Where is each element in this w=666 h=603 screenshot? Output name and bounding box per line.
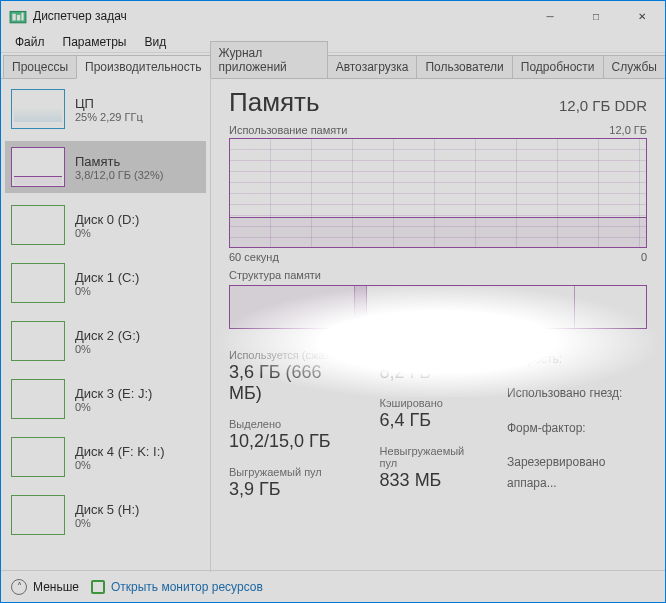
- titlebar: Диспетчер задач ─ □ ✕: [1, 1, 665, 31]
- sidebar-item-sub: 0%: [75, 517, 139, 529]
- stat-slots-label: Использовано гнезд:: [507, 383, 647, 403]
- sidebar-item-label: Диск 3 (E: J:): [75, 386, 152, 401]
- sidebar-item-sub: 25% 2,29 ГГц: [75, 111, 143, 123]
- memory-capacity: 12,0 ГБ DDR: [559, 97, 647, 114]
- memory-structure-chart: [229, 285, 647, 329]
- svg-rect-1: [12, 14, 15, 21]
- disk-graph-icon: [11, 437, 65, 477]
- sidebar-item-sub: 0%: [75, 343, 140, 355]
- sidebar-item-label: Диск 2 (G:): [75, 328, 140, 343]
- tab-services[interactable]: Службы: [603, 55, 666, 78]
- sidebar-item-label: Диск 4 (F: K: I:): [75, 444, 165, 459]
- tab-performance[interactable]: Производительность: [76, 55, 210, 79]
- window-title: Диспетчер задач: [33, 9, 527, 23]
- stat-paged: 3,9 ГБ: [229, 479, 350, 500]
- sidebar-item-label: Диск 0 (D:): [75, 212, 139, 227]
- open-resource-monitor-link[interactable]: Открыть монитор ресурсов: [91, 580, 263, 594]
- sidebar-item-cpu[interactable]: ЦП 25% 2,29 ГГц: [5, 83, 206, 135]
- sidebar-item-label: Диск 1 (C:): [75, 270, 139, 285]
- tabs: Процессы Производительность Журнал прило…: [1, 53, 665, 79]
- statusbar: ˄ Меньше Открыть монитор ресурсов: [1, 570, 665, 602]
- app-icon: [9, 7, 27, 25]
- sidebar-item-disk5[interactable]: Диск 5 (H:) 0%: [5, 489, 206, 541]
- stat-cached: 6,4 ГБ: [380, 410, 477, 431]
- disk-graph-icon: [11, 379, 65, 419]
- sidebar-item-sub: 0%: [75, 227, 139, 239]
- tab-app-history[interactable]: Журнал приложений: [210, 41, 328, 78]
- menubar: Файл Параметры Вид: [1, 31, 665, 53]
- stat-nonpaged-label: Невыгружаемый пул: [380, 445, 477, 469]
- disk-graph-icon: [11, 321, 65, 361]
- svg-rect-3: [21, 13, 23, 21]
- memory-stats: Используется (сжатая) 3,6 ГБ (666 МБ) Вы…: [229, 349, 647, 500]
- tab-processes[interactable]: Процессы: [3, 55, 77, 78]
- axis-left: 60 секунд: [229, 251, 279, 263]
- stat-cached-label: Кэшировано: [380, 397, 477, 409]
- sidebar-item-disk0[interactable]: Диск 0 (D:) 0%: [5, 199, 206, 251]
- stat-paged-label: Выгружаемый пул: [229, 466, 350, 478]
- stat-in-use: 3,6 ГБ (666 МБ): [229, 362, 350, 404]
- menu-options[interactable]: Параметры: [55, 33, 135, 51]
- sidebar-item-label: Диск 5 (H:): [75, 502, 139, 517]
- sidebar-item-label: ЦП: [75, 96, 143, 111]
- stat-speed-label: Скорость:: [507, 349, 647, 369]
- sidebar-item-sub: 0%: [75, 285, 139, 297]
- tab-startup[interactable]: Автозагрузка: [327, 55, 418, 78]
- resource-monitor-icon: [91, 580, 105, 594]
- chevron-up-icon: ˄: [11, 579, 27, 595]
- minimize-button[interactable]: ─: [527, 1, 573, 31]
- disk-graph-icon: [11, 263, 65, 303]
- menu-file[interactable]: Файл: [7, 33, 53, 51]
- tab-details[interactable]: Подробности: [512, 55, 604, 78]
- usage-chart-max: 12,0 ГБ: [609, 124, 647, 136]
- tab-users[interactable]: Пользователи: [416, 55, 512, 78]
- sidebar-item-disk3[interactable]: Диск 3 (E: J:) 0%: [5, 373, 206, 425]
- stat-form-label: Форм-фактор:: [507, 418, 647, 438]
- sidebar-item-label: Память: [75, 154, 163, 169]
- sidebar-item-sub: 0%: [75, 401, 152, 413]
- memory-structure-label: Структура памяти: [229, 269, 647, 281]
- page-title: Память: [229, 87, 320, 118]
- stat-reserved-label: Зарезервировано аппара...: [507, 452, 647, 493]
- memory-graph-icon: [11, 147, 65, 187]
- sidebar-item-disk1[interactable]: Диск 1 (C:) 0%: [5, 257, 206, 309]
- disk-graph-icon: [11, 495, 65, 535]
- usage-chart-label: Использование памяти: [229, 124, 347, 136]
- cpu-graph-icon: [11, 89, 65, 129]
- sidebar-item-sub: 0%: [75, 459, 165, 471]
- fewer-details-label: Меньше: [33, 580, 79, 594]
- disk-graph-icon: [11, 205, 65, 245]
- stat-available-label: Доступно: [380, 349, 477, 361]
- sidebar-item-sub: 3,8/12,0 ГБ (32%): [75, 169, 163, 181]
- maximize-button[interactable]: □: [573, 1, 619, 31]
- svg-rect-2: [17, 15, 20, 21]
- stat-committed: 10,2/15,0 ГБ: [229, 431, 350, 452]
- sidebar-item-disk4[interactable]: Диск 4 (F: K: I:) 0%: [5, 431, 206, 483]
- sidebar: ЦП 25% 2,29 ГГц Память 3,8/12,0 ГБ (32%)…: [1, 79, 211, 572]
- stat-available: 8,2 ГБ: [380, 362, 477, 383]
- axis-right: 0: [641, 251, 647, 263]
- memory-usage-chart: [229, 138, 647, 248]
- sidebar-item-disk2[interactable]: Диск 2 (G:) 0%: [5, 315, 206, 367]
- stat-in-use-label: Используется (сжатая): [229, 349, 350, 361]
- close-button[interactable]: ✕: [619, 1, 665, 31]
- open-resource-monitor-label: Открыть монитор ресурсов: [111, 580, 263, 594]
- stat-nonpaged: 833 МБ: [380, 470, 477, 491]
- stat-committed-label: Выделено: [229, 418, 350, 430]
- menu-view[interactable]: Вид: [136, 33, 174, 51]
- main-panel: Память 12,0 ГБ DDR Использование памяти …: [211, 79, 665, 572]
- fewer-details-button[interactable]: ˄ Меньше: [11, 579, 79, 595]
- sidebar-item-memory[interactable]: Память 3,8/12,0 ГБ (32%): [5, 141, 206, 193]
